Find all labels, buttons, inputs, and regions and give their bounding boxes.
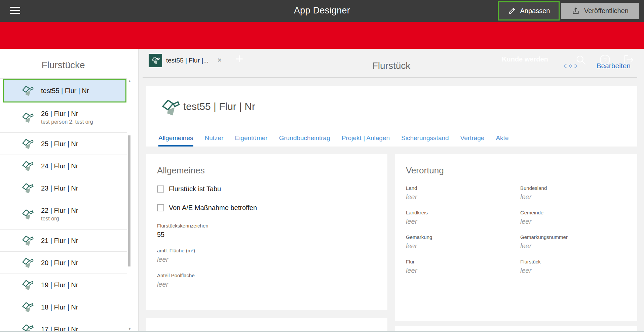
- form-tab[interactable]: Verträge: [460, 134, 485, 147]
- field-label: amtl. Fläche (m²): [157, 248, 377, 253]
- customize-label: Anpassen: [520, 7, 550, 15]
- app-designer-window: App Designer Anpassen Veröffentlichen: [0, 0, 644, 332]
- field-value: 55: [157, 231, 377, 239]
- record-list: test55 | Flur | Nr 26 | Flur | Nr test p…: [0, 78, 127, 332]
- field-label: Gemeinde: [520, 210, 635, 215]
- field-label: Flurstückskennzeichen: [157, 223, 377, 229]
- form-tab[interactable]: Sicherungsstand: [401, 134, 449, 147]
- checkbox-row[interactable]: Von A/E Maßnahme betroffen: [157, 204, 377, 212]
- scroll-down-icon[interactable]: ▼: [127, 327, 132, 331]
- form-field: Land leer: [406, 185, 520, 201]
- sidebar: Flurstücke test55 | Flur | Nr 26 | Flur …: [0, 49, 139, 332]
- parcel-icon: [21, 138, 34, 150]
- list-item[interactable]: 17 | Flur | Nr: [0, 318, 127, 332]
- parcel-icon: [21, 235, 34, 246]
- field-value: leer: [520, 242, 635, 250]
- field-value: leer: [406, 242, 520, 250]
- checkbox-label: Von A/E Maßnahme betroffen: [169, 204, 257, 212]
- customize-highlight-frame: Anpassen: [498, 1, 560, 20]
- list-item[interactable]: 26 | Flur | Nr test person 2, test org: [0, 102, 127, 133]
- parcel-icon: [21, 182, 34, 194]
- parcel-icon: [21, 85, 34, 96]
- form-field: Flurstück leer: [520, 259, 635, 275]
- form-field: Flur leer: [406, 259, 520, 275]
- list-item-text: 23 | Flur | Nr: [41, 184, 78, 192]
- navbar: Administration test55 | Flur |... ✕ + Ku…: [0, 22, 644, 49]
- parcel-icon: [21, 324, 34, 332]
- record-header-card: test55 | Flur | Nr AllgemeinesNutzerEige…: [146, 86, 637, 147]
- list-item-title: test55 | Flur | Nr: [41, 87, 89, 95]
- list-item[interactable]: 19 | Flur | Nr: [0, 274, 127, 296]
- form-column-left: Allgemeines Flurstück ist Tabu Von A/E M…: [146, 154, 387, 332]
- panel-allgemeines-title: Allgemeines: [157, 165, 377, 176]
- field-value: leer: [406, 218, 520, 225]
- list-item[interactable]: 24 | Flur | Nr: [0, 155, 127, 177]
- list-item-title: 26 | Flur | Nr: [41, 110, 93, 118]
- list-item-text: 22 | Flur | Nr test org: [41, 206, 78, 222]
- list-item[interactable]: 18 | Flur | Nr: [0, 296, 127, 318]
- parcel-icon: [21, 301, 34, 313]
- form-field: Anteil Poolfläche leer: [157, 273, 377, 288]
- list-item[interactable]: 23 | Flur | Nr: [0, 177, 127, 199]
- record-title: test55 | Flur | Nr: [183, 101, 255, 112]
- list-item[interactable]: 22 | Flur | Nr test org: [0, 199, 127, 230]
- scroll-up-icon[interactable]: ▲: [127, 79, 132, 83]
- form-tab[interactable]: Nutzer: [205, 134, 224, 147]
- form-field: Gemarkung leer: [406, 234, 520, 250]
- edit-button[interactable]: Bearbeiten: [596, 62, 631, 70]
- parcel-icon: [161, 98, 180, 116]
- allgemeines-checkboxes: Flurstück ist Tabu Von A/E Maßnahme betr…: [157, 185, 377, 212]
- publish-button[interactable]: Veröffentlichen: [561, 3, 639, 19]
- form-field: Flurstückskennzeichen 55: [157, 223, 377, 239]
- list-item[interactable]: 21 | Flur | Nr: [0, 230, 127, 252]
- parcel-icon: [21, 209, 34, 220]
- form-tab[interactable]: Eigentümer: [235, 134, 267, 147]
- field-value: leer: [406, 267, 520, 275]
- form-column-right: Verortung Land leer Bundesland leer Land…: [395, 154, 637, 332]
- list-item[interactable]: 20 | Flur | Nr: [0, 252, 127, 274]
- panel-below-left-cut: [146, 318, 387, 332]
- parcel-icon: [21, 279, 34, 291]
- field-value: leer: [157, 281, 377, 288]
- list-item[interactable]: 25 | Flur | Nr: [0, 133, 127, 155]
- parcel-icon: [21, 257, 34, 268]
- list-item-text: test55 | Flur | Nr: [41, 87, 89, 95]
- parcel-icon: [21, 160, 34, 172]
- form-field: Bundesland leer: [520, 185, 635, 201]
- field-label: Anteil Poolfläche: [157, 273, 377, 278]
- pencil-icon: [507, 7, 516, 15]
- header-divider: [143, 77, 637, 78]
- list-item-title: 24 | Flur | Nr: [41, 162, 78, 170]
- sidebar-scrollbar: ▲ ▼: [127, 78, 132, 332]
- checkbox-row[interactable]: Flurstück ist Tabu: [157, 185, 377, 193]
- field-value: leer: [157, 256, 377, 263]
- field-label: Gemarkung: [406, 234, 520, 240]
- list-item-selected[interactable]: test55 | Flur | Nr: [3, 79, 126, 102]
- form-tab[interactable]: Grundbucheintrag: [279, 134, 330, 147]
- form-tab-strip: AllgemeinesNutzerEigentümerGrundbucheint…: [158, 134, 508, 147]
- customize-button[interactable]: Anpassen: [499, 2, 559, 19]
- more-options-icon[interactable]: [564, 65, 577, 68]
- field-value: leer: [520, 193, 635, 201]
- publish-label: Veröffentlichen: [584, 7, 629, 15]
- panel-below-right-cut: [395, 326, 637, 332]
- form-tab[interactable]: Akte: [496, 134, 508, 147]
- list-item-text: 20 | Flur | Nr: [41, 259, 78, 267]
- form-field: amtl. Fläche (m²) leer: [157, 248, 377, 263]
- field-value: leer: [520, 267, 635, 275]
- list-item-title: 23 | Flur | Nr: [41, 184, 78, 192]
- form-tab[interactable]: Projekt | Anlagen: [342, 134, 390, 147]
- field-label: Gemarkungsnummer: [520, 234, 635, 240]
- list-item-subtitle: test person 2, test org: [41, 118, 93, 126]
- list-item-title: 17 | Flur | Nr: [41, 325, 78, 332]
- list-item-title: 21 | Flur | Nr: [41, 237, 78, 245]
- panel-allgemeines: Allgemeines Flurstück ist Tabu Von A/E M…: [146, 154, 387, 310]
- checkbox[interactable]: [157, 185, 164, 193]
- list-item-text: 17 | Flur | Nr: [41, 325, 78, 332]
- scrollbar-thumb[interactable]: [128, 135, 130, 266]
- list-item-title: 18 | Flur | Nr: [41, 303, 78, 311]
- form-tab-active[interactable]: Allgemeines: [158, 134, 193, 147]
- checkbox[interactable]: [157, 204, 164, 211]
- titlebar: App Designer Anpassen Veröffentlichen: [0, 0, 644, 22]
- field-value: leer: [520, 218, 635, 225]
